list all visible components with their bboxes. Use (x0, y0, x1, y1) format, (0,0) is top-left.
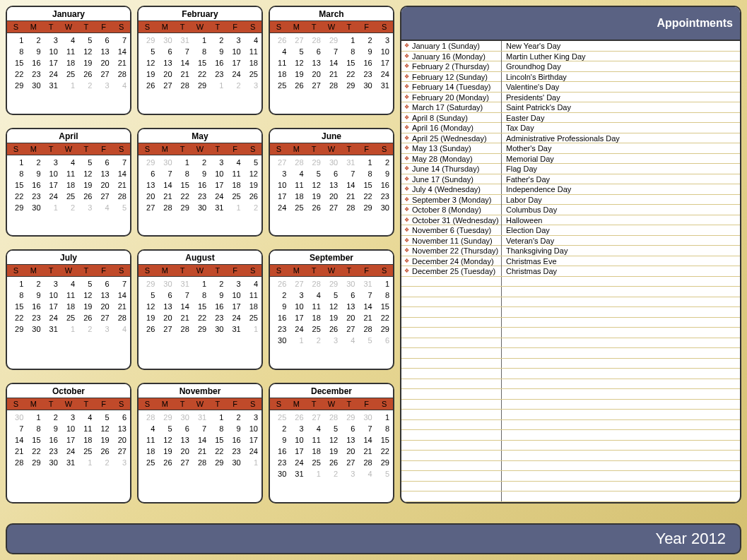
day-cell: 28 (175, 323, 192, 335)
day-cell: 2 (271, 290, 288, 301)
day-cell: 1 (375, 278, 392, 290)
day-cell-next: 4 (112, 80, 129, 91)
diamond-bullet-icon: ❖ (404, 52, 409, 61)
day-cell: 12 (140, 301, 157, 312)
appointment-date-text: October 8 (Monday) (412, 205, 481, 215)
day-cell: 27 (157, 323, 174, 335)
day-cell: 23 (25, 312, 42, 323)
day-cell: 10 (60, 423, 77, 434)
day-cell: 10 (271, 179, 288, 191)
dow-cell: T (174, 398, 192, 410)
dow-row: SMTWTFS (7, 264, 130, 277)
day-cell: 12 (77, 290, 94, 301)
day-cell: 6 (112, 412, 129, 423)
day-cell: 29 (8, 202, 25, 213)
day-cell: 30 (375, 202, 392, 213)
day-cell: 10 (208, 168, 225, 179)
day-cell: 16 (208, 301, 225, 312)
day-cell: 29 (208, 457, 225, 468)
day-cell: 21 (357, 312, 374, 323)
day-cell: 22 (25, 446, 42, 457)
day-cell: 13 (94, 290, 111, 301)
day-cell: 15 (8, 179, 25, 191)
day-cell: 26 (243, 191, 260, 202)
day-cell: 11 (60, 168, 77, 179)
diamond-bullet-icon: ❖ (404, 184, 409, 194)
day-cell: 10 (43, 290, 60, 301)
day-cell: 25 (225, 191, 242, 202)
day-cell: 9 (271, 301, 288, 312)
day-cell: 8 (375, 423, 392, 434)
day-cell: 28 (157, 202, 174, 213)
appointment-date: ❖November 6 (Tuesday) (401, 225, 502, 235)
diamond-bullet-icon: ❖ (404, 174, 409, 184)
day-cell: 14 (192, 434, 208, 446)
day-cell: 5 (77, 35, 94, 46)
day-cell: 11 (60, 290, 77, 301)
day-cell: 12 (140, 57, 157, 68)
dow-row: SMTWTFS (270, 398, 393, 410)
day-cell: 9 (357, 46, 374, 57)
day-cell: 24 (288, 457, 305, 468)
day-cell-next: 1 (225, 202, 242, 213)
day-cell: 30 (271, 468, 288, 479)
day-cell: 27 (157, 80, 174, 91)
appointment-date-text: November 11 (Sunday) (412, 236, 493, 246)
day-cell: 3 (243, 412, 260, 423)
month-title: December (270, 384, 393, 398)
dow-cell: S (112, 265, 130, 276)
days-grid: 2930123456789101112131415161718192021222… (139, 155, 261, 216)
day-cell: 12 (323, 434, 340, 446)
day-cell: 22 (208, 446, 225, 457)
day-cell: 24 (208, 191, 225, 202)
appointment-date-text: June 17 (Sunday) (412, 174, 474, 184)
day-cell: 11 (306, 434, 323, 446)
calendar-grid: JanuarySMTWTFS12345678910111213141516171… (6, 6, 394, 504)
appointment-event: Martin Luther King Day (502, 52, 740, 61)
day-cell: 9 (375, 168, 392, 179)
diamond-bullet-icon: ❖ (404, 266, 409, 276)
day-cell-prev: 28 (140, 412, 157, 423)
day-cell: 4 (271, 46, 288, 57)
month-box: OctoberSMTWTFS30123456789101112131415161… (6, 383, 131, 504)
appointments-panel: Appointments ❖January 1 (Sunday)New Year… (400, 6, 741, 504)
dow-cell: S (270, 21, 288, 32)
appointment-row-empty (401, 441, 740, 451)
day-cell: 22 (192, 68, 208, 80)
day-cell-next: 1 (243, 323, 260, 335)
day-cell: 18 (243, 301, 260, 312)
dow-cell: F (226, 21, 244, 32)
appointment-row-empty (401, 461, 740, 472)
year-label: Year 2012 (655, 530, 726, 548)
day-cell: 2 (208, 35, 225, 46)
diamond-bullet-icon: ❖ (404, 164, 409, 174)
appointment-row-empty (401, 277, 740, 287)
day-cell: 19 (77, 301, 94, 312)
day-cell: 29 (357, 202, 374, 213)
day-cell: 5 (77, 157, 94, 168)
day-cell: 5 (77, 278, 94, 290)
day-cell: 1 (175, 157, 192, 168)
day-cell: 31 (43, 323, 60, 335)
month-box: DecemberSMTWTFS2526272829301234567891011… (269, 383, 394, 504)
day-cell: 1 (192, 278, 208, 290)
appointment-row-empty (401, 328, 740, 338)
day-cell: 29 (8, 80, 25, 91)
day-cell-next: 2 (94, 457, 111, 468)
day-cell: 2 (271, 423, 288, 434)
appointment-row: ❖June 17 (Sunday)Father's Day (401, 174, 740, 185)
day-cell: 3 (43, 278, 60, 290)
appointment-date: ❖June 14 (Thursday) (401, 164, 502, 174)
dow-cell: T (208, 265, 226, 276)
day-cell-prev: 31 (357, 278, 374, 290)
dow-cell: M (288, 265, 305, 276)
dow-cell: S (7, 265, 25, 276)
day-cell: 26 (140, 80, 157, 91)
dow-cell: M (25, 265, 42, 276)
day-cell: 15 (192, 57, 208, 68)
day-cell-next: 5 (375, 468, 392, 479)
dow-cell: M (25, 143, 42, 155)
day-cell: 11 (271, 57, 288, 68)
day-cell: 26 (140, 323, 157, 335)
appointment-date: ❖April 8 (Sunday) (401, 113, 502, 123)
